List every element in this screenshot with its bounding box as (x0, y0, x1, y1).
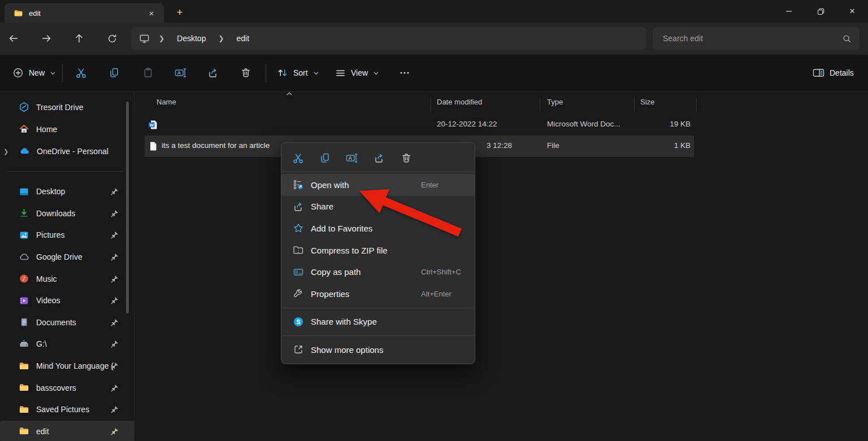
search-box[interactable]: Search edit (653, 27, 860, 50)
sidebar-item-tresorit-drive[interactable]: Tresorit Drive (0, 96, 134, 118)
column-headers: Name Date modified Type Size (134, 96, 868, 112)
sidebar-item-home[interactable]: Home (0, 118, 134, 140)
details-button[interactable]: Details (808, 62, 858, 84)
breadcrumb-item-desktop[interactable]: Desktop (173, 33, 209, 44)
share-button[interactable] (368, 147, 390, 169)
copy-button[interactable] (102, 62, 127, 84)
sidebar-item-documents[interactable]: Documents (0, 312, 134, 334)
this-pc-icon[interactable] (139, 33, 150, 44)
file-date-modified: 20-12-2022 14:22 (437, 120, 497, 128)
copy-as-path-icon (292, 267, 305, 278)
show-more-options-icon (292, 344, 305, 355)
file-row-word-document[interactable]: W 20-12-2022 14:22 Microsoft Word Doc...… (145, 114, 694, 136)
menu-item-copy-as-path[interactable]: Copy as path Ctrl+Shift+C (281, 261, 475, 283)
context-menu-quick-actions: A (281, 145, 475, 172)
explorer-tab[interactable]: edit × (5, 3, 164, 23)
menu-separator (282, 308, 474, 308)
breadcrumb[interactable]: ❯ Desktop ❯ edit (131, 27, 646, 50)
cut-button[interactable] (287, 147, 309, 169)
tresorit-drive-icon (19, 102, 29, 112)
close-button[interactable]: × (836, 0, 868, 23)
wrench-icon (292, 288, 305, 299)
search-icon[interactable] (842, 34, 852, 43)
sidebar-item-basscovers[interactable]: basscovers (0, 377, 134, 399)
sidebar-item-onedrive[interactable]: ❯ OneDrive - Personal (0, 140, 134, 162)
column-header-name[interactable]: Name (157, 98, 176, 106)
sidebar-item-pictures[interactable]: Pictures (0, 224, 134, 246)
column-header-size[interactable]: Size (640, 98, 654, 106)
up-button[interactable] (68, 28, 90, 49)
svg-text:A: A (177, 70, 181, 76)
menu-item-add-to-favorites[interactable]: Add to Favorites (281, 217, 475, 239)
cut-button[interactable] (68, 62, 93, 84)
music-icon: ♪ (19, 273, 29, 284)
cut-icon (75, 67, 87, 79)
home-icon (19, 124, 29, 134)
minimize-button[interactable] (773, 0, 805, 23)
details-button-label: Details (830, 68, 854, 77)
pin-icon (111, 340, 119, 348)
menu-separator (282, 335, 474, 336)
sidebar-item-google-drive[interactable]: Google Drive (0, 246, 134, 268)
copy-icon (319, 152, 331, 164)
delete-button[interactable] (395, 147, 418, 169)
view-button[interactable]: View (331, 62, 384, 84)
star-icon (292, 222, 305, 234)
chevron-down-icon (50, 70, 56, 76)
column-header-type[interactable]: Type (547, 98, 563, 106)
sidebar-item-desktop[interactable]: Desktop (0, 181, 134, 203)
pin-icon (111, 362, 119, 370)
sort-button[interactable]: Sort (272, 62, 324, 84)
menu-item-share-with-skype[interactable]: S Share with Skype (281, 311, 475, 333)
copy-button[interactable] (314, 147, 336, 169)
sidebar-item-mind-your-language[interactable]: Mind Your Language ( (0, 355, 134, 377)
menu-item-properties[interactable]: Properties Alt+Enter (281, 283, 475, 305)
share-icon (374, 152, 385, 164)
new-button[interactable]: New (8, 62, 60, 84)
rename-button[interactable]: A (341, 147, 363, 169)
google-drive-icon (19, 252, 29, 263)
menu-item-shortcut: Enter (421, 181, 439, 189)
sidebar-item-downloads[interactable]: Downloads (0, 203, 134, 225)
column-header-date-modified[interactable]: Date modified (437, 98, 482, 106)
sidebar-item-edit[interactable]: edit (0, 421, 134, 441)
chevron-right-icon: ❯ (153, 34, 170, 42)
delete-button[interactable] (233, 62, 258, 84)
search-placeholder: Search edit (663, 34, 842, 43)
pin-icon (111, 427, 119, 435)
expand-chevron-icon[interactable]: ❯ (3, 147, 8, 155)
menu-item-label: Compress to ZIP file (311, 246, 388, 255)
file-size: 19 KB (634, 120, 691, 128)
tab-close-icon[interactable]: × (145, 6, 158, 20)
svg-text:W: W (150, 123, 154, 128)
sidebar-item-g-drive[interactable]: ? G:\ (0, 333, 134, 355)
menu-item-share[interactable]: Share (281, 196, 475, 218)
breadcrumb-item-edit[interactable]: edit (233, 33, 253, 44)
sidebar-item-music[interactable]: ♪ Music (0, 268, 134, 290)
file-type: File (547, 141, 559, 150)
pin-icon (111, 296, 119, 304)
refresh-button[interactable] (101, 28, 123, 49)
new-tab-button[interactable]: + (171, 6, 188, 19)
file-list: Name Date modified Type Size W 20-12-202… (134, 92, 868, 441)
share-button[interactable] (201, 62, 225, 84)
more-options-button[interactable] (392, 62, 417, 84)
forward-button[interactable] (35, 28, 58, 49)
pin-icon (111, 187, 119, 195)
sidebar-scrollbar[interactable] (126, 102, 129, 313)
tab-title: edit (29, 9, 145, 18)
restore-button[interactable] (805, 0, 836, 23)
rename-button[interactable]: A (168, 62, 193, 84)
videos-icon (19, 295, 29, 306)
sidebar-item-saved-pictures[interactable]: Saved Pictures (0, 399, 134, 421)
sidebar-divider (7, 171, 124, 172)
pin-icon (111, 253, 119, 261)
sidebar-item-videos[interactable]: Videos (0, 290, 134, 312)
back-button[interactable] (2, 28, 25, 49)
menu-item-open-with[interactable]: Open with Enter (281, 174, 475, 196)
file-explorer-window: { "window": { "tab_title": "edit" }, "na… (0, 0, 868, 441)
menu-item-show-more-options[interactable]: Show more options (281, 339, 475, 361)
view-button-label: View (351, 68, 368, 77)
menu-item-compress-to-zip[interactable]: Compress to ZIP file (281, 239, 475, 261)
paste-button[interactable] (136, 62, 160, 84)
